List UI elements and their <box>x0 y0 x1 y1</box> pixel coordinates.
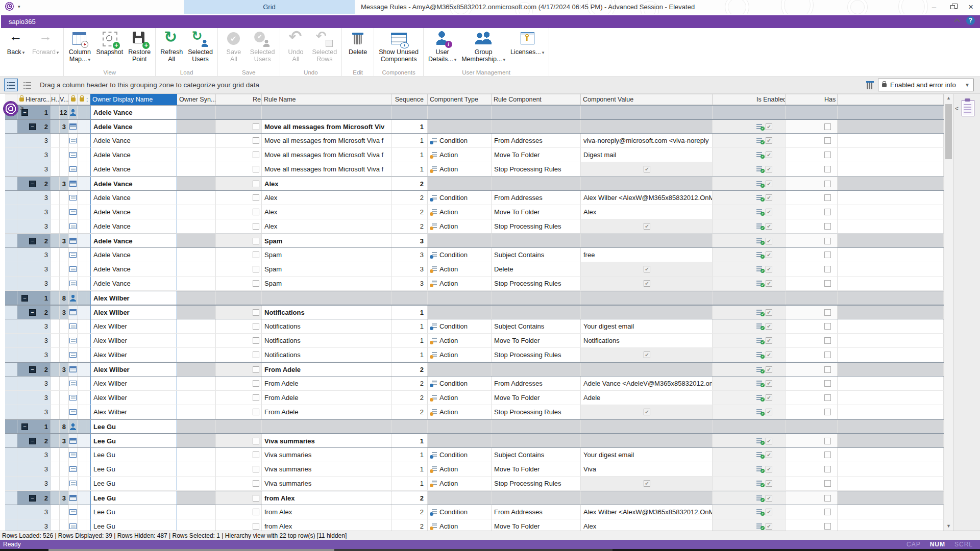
quick-access-dropdown-icon[interactable]: ▾ <box>18 4 20 9</box>
table-row[interactable]: −23Adele VanceSpam3 <box>5 234 944 248</box>
group-membership-button[interactable]: Group Membership...▾ <box>459 30 508 68</box>
table-row[interactable]: −23Lee GuViva summaries1 <box>5 434 944 448</box>
is-enabled-checkbox[interactable] <box>766 266 772 272</box>
read-only-checkbox[interactable] <box>253 123 259 130</box>
column-header-rule-component[interactable]: Rule Component <box>492 94 581 105</box>
has-error-checkbox[interactable] <box>824 409 831 415</box>
has-error-checkbox[interactable] <box>824 380 831 387</box>
is-enabled-checkbox[interactable] <box>766 137 772 144</box>
table-row[interactable]: 3Adele VanceAlex2ActionMove To FolderAle… <box>5 205 944 219</box>
has-error-checkbox[interactable] <box>824 166 831 172</box>
column-header-fill[interactable] <box>838 94 944 105</box>
table-row[interactable]: 3Adele VanceAlex2ConditionFrom Addresses… <box>5 191 944 205</box>
is-enabled-checkbox[interactable] <box>766 252 772 258</box>
is-enabled-checkbox[interactable] <box>766 438 772 444</box>
licenses-button[interactable]: Licenses...▾ <box>508 30 547 68</box>
read-only-checkbox[interactable] <box>253 166 259 172</box>
column-map-button[interactable]: Column Map...▾ <box>66 30 93 68</box>
is-enabled-checkbox[interactable] <box>766 194 772 201</box>
table-row[interactable]: 3Alex WilberNotifications1ActionMove To … <box>5 334 944 348</box>
expander-button[interactable]: − <box>29 438 36 444</box>
hierarchy-view-toggle[interactable] <box>4 79 18 91</box>
is-enabled-checkbox[interactable] <box>766 452 772 458</box>
vertical-scrollbar[interactable]: ▲ ▼ <box>944 94 953 531</box>
read-only-checkbox[interactable] <box>253 394 259 401</box>
has-error-checkbox[interactable] <box>824 152 831 158</box>
is-enabled-checkbox[interactable] <box>766 223 772 230</box>
table-row[interactable]: 3Adele VanceMove all messages from Micro… <box>5 162 944 177</box>
is-enabled-checkbox[interactable] <box>766 466 772 472</box>
has-error-checkbox[interactable] <box>824 509 831 515</box>
expander-button[interactable]: − <box>29 309 36 316</box>
restore-button[interactable] <box>943 0 962 14</box>
collapse-ribbon-icon[interactable] <box>954 18 960 24</box>
has-error-checkbox[interactable] <box>824 495 831 502</box>
column-header-hierarc[interactable]: Hierarc... <box>17 94 51 105</box>
has-error-checkbox[interactable] <box>824 366 831 373</box>
row-actions-icon[interactable] <box>4 102 18 116</box>
read-only-checkbox[interactable] <box>253 137 259 144</box>
table-row[interactable]: 3Alex WilberFrom Adele2ConditionFrom Add… <box>5 377 944 391</box>
is-enabled-checkbox[interactable] <box>766 380 772 387</box>
is-enabled-checkbox[interactable] <box>766 181 772 187</box>
is-enabled-checkbox[interactable] <box>766 309 772 316</box>
expander-button[interactable]: − <box>29 238 36 244</box>
is-enabled-checkbox[interactable] <box>766 152 772 158</box>
has-error-checkbox[interactable] <box>824 523 831 530</box>
has-error-checkbox[interactable] <box>824 352 831 358</box>
read-only-checkbox[interactable] <box>253 466 259 472</box>
has-error-checkbox[interactable] <box>824 194 831 201</box>
is-enabled-checkbox[interactable] <box>766 323 772 330</box>
table-row[interactable]: 3Lee GuViva summaries1ActionMove To Fold… <box>5 462 944 477</box>
help-icon[interactable]: ? <box>966 16 975 25</box>
expander-button[interactable]: − <box>29 495 36 502</box>
table-row[interactable]: 3Alex WilberFrom Adele2ActionStop Proces… <box>5 405 944 419</box>
has-error-checkbox[interactable] <box>824 480 831 487</box>
is-enabled-checkbox[interactable] <box>766 209 772 215</box>
read-only-checkbox[interactable] <box>253 366 259 373</box>
read-only-checkbox[interactable] <box>253 238 259 244</box>
has-error-checkbox[interactable] <box>824 452 831 458</box>
read-only-checkbox[interactable] <box>253 252 259 258</box>
read-only-checkbox[interactable] <box>253 337 259 344</box>
is-enabled-checkbox[interactable] <box>766 352 772 358</box>
delete-view-icon[interactable] <box>866 81 874 89</box>
read-only-checkbox[interactable] <box>253 181 259 187</box>
refresh-all-button[interactable]: Refresh All <box>158 30 185 68</box>
close-button[interactable]: × <box>962 0 980 14</box>
has-error-checkbox[interactable] <box>824 252 831 258</box>
table-row[interactable]: −18Alex Wilber <box>5 291 944 305</box>
selected-users-button[interactable]: Selected Users <box>185 30 215 68</box>
table-row[interactable]: −23Lee Gufrom Alex2 <box>5 491 944 505</box>
read-only-checkbox[interactable] <box>253 209 259 215</box>
table-row[interactable]: 3Lee GuViva summaries1ConditionSubject C… <box>5 448 944 462</box>
is-enabled-checkbox[interactable] <box>766 366 772 373</box>
table-row[interactable]: 3Adele VanceMove all messages from Micro… <box>5 148 944 162</box>
column-header-[interactable]: : <box>86 94 90 105</box>
expander-button[interactable]: − <box>29 181 36 187</box>
column-header-owner-display-name[interactable]: Owner Display Name <box>90 94 177 105</box>
column-header-rule-name[interactable]: Rule Name <box>262 94 392 105</box>
component-value-checkbox[interactable] <box>644 266 650 272</box>
component-value-checkbox[interactable] <box>644 223 650 230</box>
has-error-checkbox[interactable] <box>824 323 831 330</box>
has-error-checkbox[interactable] <box>824 137 831 144</box>
read-only-checkbox[interactable] <box>253 380 259 387</box>
table-row[interactable]: 3Adele VanceMove all messages from Micro… <box>5 134 944 148</box>
back-button[interactable]: Back▾ <box>2 30 30 68</box>
delete-button[interactable]: Delete <box>344 30 372 68</box>
expander-button[interactable]: − <box>21 423 28 430</box>
is-enabled-checkbox[interactable] <box>766 238 772 244</box>
component-value-checkbox[interactable] <box>644 352 650 358</box>
read-only-checkbox[interactable] <box>253 266 259 272</box>
table-row[interactable]: 3Adele VanceSpam3ConditionSubject Contai… <box>5 248 944 262</box>
table-row[interactable]: 3Adele VanceAlex2ActionStop Processing R… <box>5 219 944 234</box>
has-error-checkbox[interactable] <box>824 266 831 272</box>
read-only-checkbox[interactable] <box>253 452 259 458</box>
has-error-checkbox[interactable] <box>824 466 831 472</box>
table-row[interactable]: 3Adele VanceSpam3ActionStop Processing R… <box>5 277 944 291</box>
expand-panel-icon[interactable]: > <box>20 104 24 112</box>
read-only-checkbox[interactable] <box>253 152 259 158</box>
column-header-ic1[interactable] <box>69 94 78 105</box>
has-error-checkbox[interactable] <box>824 309 831 316</box>
